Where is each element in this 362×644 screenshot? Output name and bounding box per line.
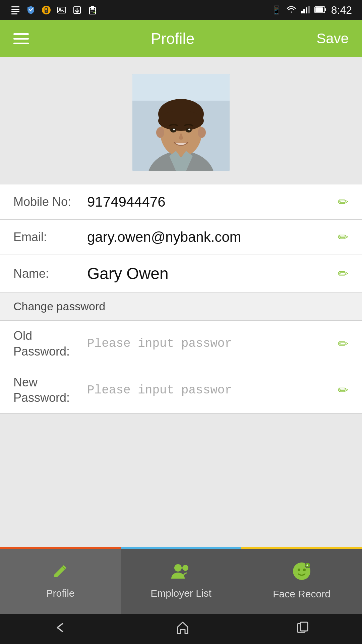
- battery-icon: [314, 4, 326, 16]
- wifi-icon: [286, 4, 296, 16]
- email-value: gary.owen@nybank.com: [87, 229, 331, 245]
- svg-rect-1: [11, 9, 19, 10]
- hamburger-menu[interactable]: [13, 33, 29, 44]
- old-password-edit-icon[interactable]: ✏: [338, 336, 349, 351]
- nav-tab-profile-label: Profile: [46, 588, 74, 599]
- svg-rect-41: [300, 622, 308, 631]
- image-icon: [56, 5, 67, 15]
- svg-point-30: [186, 128, 192, 132]
- phone-icon: 📱: [272, 5, 282, 15]
- face-nav-icon: +: [292, 561, 312, 584]
- mobile-row: Mobile No: 9174944476 ✏: [0, 184, 362, 220]
- nav-tab-employer-label: Employer List: [150, 588, 212, 599]
- svg-rect-12: [301, 11, 303, 13]
- bottom-nav: Profile Employer List + Fac: [0, 547, 362, 614]
- new-password-edit-icon[interactable]: ✏: [338, 383, 349, 397]
- mobile-value: 9174944476: [87, 194, 331, 210]
- svg-point-6: [46, 11, 47, 12]
- svg-rect-14: [306, 7, 307, 13]
- list-icon: [10, 5, 21, 15]
- status-bar: 📱 8:42: [0, 0, 362, 20]
- svg-point-8: [59, 8, 61, 10]
- status-right: 📱 8:42: [272, 4, 352, 16]
- signal-icon: [301, 4, 310, 16]
- form-section: Mobile No: 9174944476 ✏ Email: gary.owen…: [0, 184, 362, 414]
- svg-point-27: [156, 127, 164, 138]
- profile-photo[interactable]: [132, 74, 230, 171]
- svg-point-34: [182, 565, 188, 571]
- nav-tab-employer[interactable]: Employer List: [121, 547, 241, 614]
- svg-rect-18: [325, 8, 326, 11]
- top-bar: Profile Save: [0, 20, 362, 57]
- page-title: Profile: [151, 30, 194, 48]
- name-value: Gary Owen: [87, 264, 331, 283]
- svg-point-36: [298, 569, 300, 571]
- name-row: Name: Gary Owen ✏: [0, 255, 362, 292]
- nav-tab-face[interactable]: + Face Record: [241, 547, 362, 614]
- time-display: 8:42: [331, 4, 352, 16]
- email-row: Email: gary.owen@nybank.com ✏: [0, 220, 362, 255]
- name-edit-icon[interactable]: ✏: [338, 266, 349, 281]
- svg-point-32: [188, 129, 190, 130]
- svg-rect-3: [11, 13, 17, 14]
- svg-rect-20: [132, 74, 230, 101]
- back-button[interactable]: [53, 621, 69, 637]
- svg-text:+: +: [306, 564, 308, 567]
- svg-rect-15: [308, 6, 310, 13]
- new-password-label: NewPassword:: [13, 375, 87, 406]
- mobile-edit-icon[interactable]: ✏: [338, 195, 349, 209]
- nav-tab-face-label: Face Record: [273, 588, 330, 600]
- svg-rect-17: [315, 7, 323, 12]
- profile-nav-icon: [51, 562, 70, 584]
- new-password-row: NewPassword: Please input passwor ✏: [0, 367, 362, 414]
- new-password-placeholder[interactable]: Please input passwor: [87, 383, 331, 397]
- old-password-row: OldPassword: Please input passwor ✏: [0, 321, 362, 367]
- name-label: Name:: [13, 267, 87, 281]
- svg-point-29: [170, 128, 176, 132]
- svg-rect-0: [11, 6, 19, 7]
- svg-rect-2: [11, 11, 19, 12]
- old-password-placeholder[interactable]: Please input passwor: [87, 337, 331, 351]
- recents-button[interactable]: [296, 621, 309, 637]
- main-content: Mobile No: 9174944476 ✏ Email: gary.owen…: [0, 57, 362, 547]
- employer-nav-icon: [170, 562, 192, 584]
- svg-point-31: [173, 129, 175, 130]
- save-button[interactable]: Save: [316, 31, 349, 47]
- home-button[interactable]: [175, 620, 190, 638]
- download-icon: [72, 5, 82, 15]
- mobile-label: Mobile No:: [13, 195, 87, 209]
- svg-point-37: [303, 569, 306, 571]
- email-label: Email:: [13, 230, 87, 244]
- clipboard-icon: [87, 5, 98, 15]
- android-nav: [0, 614, 362, 644]
- email-edit-icon[interactable]: ✏: [338, 230, 349, 245]
- profile-photo-area[interactable]: [0, 57, 362, 184]
- nav-tab-profile[interactable]: Profile: [0, 547, 121, 614]
- svg-point-28: [198, 127, 206, 138]
- lock-icon: [41, 5, 52, 15]
- svg-point-26: [158, 111, 204, 131]
- status-icons-left: [10, 5, 98, 15]
- old-password-label: OldPassword:: [13, 328, 87, 360]
- svg-rect-7: [58, 7, 66, 13]
- svg-rect-13: [303, 9, 305, 13]
- svg-point-33: [174, 564, 182, 572]
- change-password-header: Change password: [0, 292, 362, 321]
- shield-icon: [25, 5, 36, 15]
